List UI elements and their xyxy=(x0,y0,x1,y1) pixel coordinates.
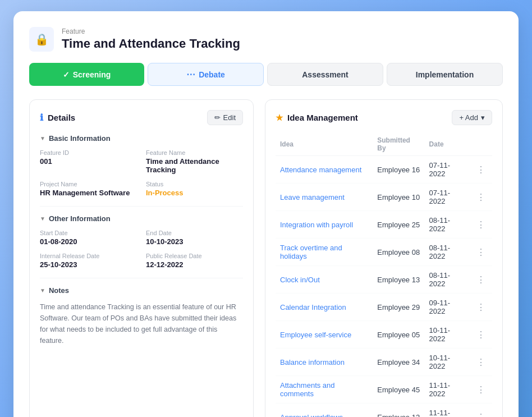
idea-link-5[interactable]: Calendar Integration xyxy=(280,303,346,311)
start-date-label: Start Date xyxy=(40,230,137,236)
idea-title-text: Idea Management xyxy=(287,113,358,122)
submitted-by-3: Employee 08 xyxy=(373,239,424,266)
table-row: Balance information Employee 34 10-11-20… xyxy=(276,349,492,376)
chevron-icon: ▼ xyxy=(40,135,45,141)
idea-link-1[interactable]: Leave management xyxy=(280,193,345,201)
internal-release-value: 25-10-2023 xyxy=(40,260,137,269)
table-row: Clock in/Out Employee 13 08-11-2022 ⋮ xyxy=(276,266,492,294)
notes-section[interactable]: ▼ Notes xyxy=(40,286,243,295)
public-release-value: 12-12-2022 xyxy=(146,260,243,269)
step-implementation[interactable]: Implementation xyxy=(387,63,503,86)
col-idea: Idea xyxy=(276,133,373,156)
edit-pencil-icon: ✏ xyxy=(214,113,221,122)
basic-info-label: Basic Information xyxy=(49,134,111,143)
edit-button[interactable]: ✏ Edit xyxy=(207,110,243,125)
date-2: 08-11-2022 xyxy=(425,211,470,239)
col-submitted-by: Submitted By xyxy=(373,133,424,156)
idea-panel: ★ Idea Management + Add ▾ Idea Submitted… xyxy=(265,99,503,417)
table-row: Attendance management Employee 16 07-11-… xyxy=(276,156,492,184)
idea-link-4[interactable]: Clock in/Out xyxy=(280,276,320,284)
feature-icon: 🔒 xyxy=(29,27,54,52)
feature-id-label: Feature ID xyxy=(40,149,137,156)
table-row: Track overtime and holidays Employee 08 … xyxy=(276,239,492,266)
divider-2 xyxy=(40,278,243,278)
step-implementation-label: Implementation xyxy=(416,70,474,79)
status-label: Status xyxy=(146,181,243,187)
project-name-value: HR Management Software xyxy=(40,189,137,197)
idea-link-3[interactable]: Track overtime and holidays xyxy=(280,244,342,260)
notes-text: Time and attendance Tracking is an essen… xyxy=(40,301,243,346)
start-date-value: 01-08-2020 xyxy=(40,237,137,246)
submitted-by-4: Employee 13 xyxy=(373,266,424,294)
divider-1 xyxy=(40,206,243,207)
date-4: 08-11-2022 xyxy=(425,266,470,294)
step-screening[interactable]: ✓ Screening xyxy=(29,63,144,86)
submitted-by-1: Employee 10 xyxy=(373,184,424,211)
dots-icon: ⋯ xyxy=(186,69,195,80)
row-menu-3[interactable]: ⋮ xyxy=(474,246,488,258)
step-assessment[interactable]: Assessment xyxy=(267,63,383,86)
add-button[interactable]: + Add ▾ xyxy=(452,110,492,125)
submitted-by-7: Employee 34 xyxy=(373,349,424,376)
row-menu-4[interactable]: ⋮ xyxy=(474,274,488,286)
row-menu-7[interactable]: ⋮ xyxy=(474,356,488,368)
idea-link-0[interactable]: Attendance management xyxy=(280,166,361,174)
row-menu-9[interactable]: ⋮ xyxy=(474,411,488,418)
feature-id-field: Feature ID 001 xyxy=(40,149,137,174)
idea-link-6[interactable]: Employee self-service xyxy=(280,331,351,339)
main-card: 🔒 Feature Time and Attendance Tracking ✓… xyxy=(13,11,519,417)
table-row: Integration with payroll Employee 25 08-… xyxy=(276,211,492,239)
col-actions xyxy=(470,133,492,156)
row-menu-6[interactable]: ⋮ xyxy=(474,329,488,341)
project-name-label: Project Name xyxy=(40,181,137,187)
date-9: 11-11-2022 xyxy=(425,404,470,418)
basic-info-section[interactable]: ▼ Basic Information xyxy=(40,134,243,143)
header: 🔒 Feature Time and Attendance Tracking xyxy=(29,27,503,52)
date-5: 09-11-2022 xyxy=(425,294,470,321)
idea-link-2[interactable]: Integration with payroll xyxy=(280,221,353,229)
row-menu-0[interactable]: ⋮ xyxy=(474,164,488,176)
feature-id-value: 001 xyxy=(40,157,137,166)
submitted-by-8: Employee 45 xyxy=(373,376,424,404)
idea-link-9[interactable]: Approval workflows xyxy=(280,413,343,418)
project-name-field: Project Name HR Management Software xyxy=(40,181,137,197)
table-row: Calendar Integration Employee 29 09-11-2… xyxy=(276,294,492,321)
main-content: ℹ Details ✏ Edit ▼ Basic Information Fea… xyxy=(29,99,503,417)
other-info-section[interactable]: ▼ Other Information xyxy=(40,214,243,223)
row-menu-1[interactable]: ⋮ xyxy=(474,191,488,203)
feature-name-value: Time and Attendance Tracking xyxy=(146,157,243,174)
feature-label: Feature xyxy=(62,28,240,35)
row-menu-5[interactable]: ⋮ xyxy=(474,301,488,313)
submitted-by-0: Employee 16 xyxy=(373,156,424,184)
other-info-label: Other Information xyxy=(49,214,111,223)
details-panel: ℹ Details ✏ Edit ▼ Basic Information Fea… xyxy=(29,99,254,417)
internal-release-field: Internal Release Date 25-10-2023 xyxy=(40,253,137,269)
internal-release-label: Internal Release Date xyxy=(40,253,137,259)
end-date-field: End Date 10-10-2023 xyxy=(146,230,243,246)
idea-link-7[interactable]: Balance information xyxy=(280,358,345,366)
feature-name-field: Feature Name Time and Attendance Trackin… xyxy=(146,149,243,174)
row-menu-8[interactable]: ⋮ xyxy=(474,384,488,396)
feature-title: Time and Attendance Tracking xyxy=(62,36,240,51)
feature-name-label: Feature Name xyxy=(146,149,243,156)
submitted-by-9: Employee 12 xyxy=(373,404,424,418)
date-8: 11-11-2022 xyxy=(425,376,470,404)
submitted-by-6: Employee 05 xyxy=(373,321,424,349)
date-1: 07-11-2022 xyxy=(425,184,470,211)
other-fields-grid: Start Date 01-08-2020 End Date 10-10-202… xyxy=(40,230,243,269)
details-title: ℹ Details xyxy=(40,112,75,123)
info-icon: ℹ xyxy=(40,112,43,123)
idea-title: ★ Idea Management xyxy=(276,113,358,123)
public-release-field: Public Release Date 12-12-2022 xyxy=(146,253,243,269)
step-debate[interactable]: ⋯ Debate xyxy=(148,63,264,86)
step-debate-label: Debate xyxy=(199,70,225,79)
table-row: Employee self-service Employee 05 10-11-… xyxy=(276,321,492,349)
date-0: 07-11-2022 xyxy=(425,156,470,184)
idea-panel-header: ★ Idea Management + Add ▾ xyxy=(276,110,492,125)
add-label: + Add xyxy=(459,113,478,122)
table-row: Attachments and comments Employee 45 11-… xyxy=(276,376,492,404)
star-icon: ★ xyxy=(276,113,283,123)
idea-link-8[interactable]: Attachments and comments xyxy=(280,381,335,398)
step-assessment-label: Assessment xyxy=(302,70,348,79)
row-menu-2[interactable]: ⋮ xyxy=(474,219,488,231)
